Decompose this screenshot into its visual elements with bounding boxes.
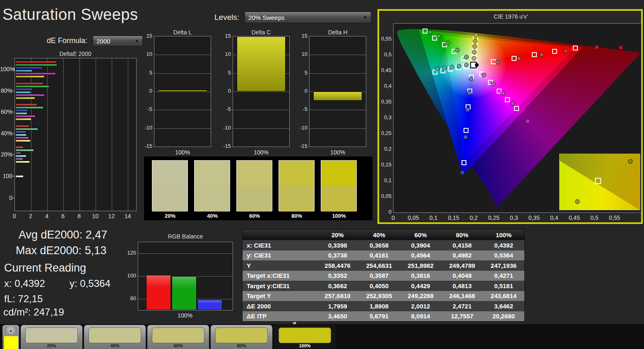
de-bar-green [15, 85, 49, 88]
de-bar-cyan [15, 155, 26, 157]
row-label: Target y:CIE31 [243, 282, 317, 289]
max-de2000: Max dE2000: 5,13 [16, 244, 106, 257]
x-tick-label: 4 [45, 213, 48, 219]
table-value: 247,1936 [483, 262, 524, 269]
measured-marker [510, 101, 515, 106]
y-tick-label: 10 [141, 51, 152, 57]
table-row: y: CIE310,37380,41610,45640,49820,5364 [243, 250, 524, 261]
reference-dot [475, 63, 479, 67]
target-marker [514, 106, 519, 111]
patch-label: 40% [84, 343, 146, 348]
cie-1976-panel[interactable]: CIE 1976 u'v' 000,050,050,10,10,150,150,… [377, 9, 643, 224]
patch-button-20%[interactable]: 20% [21, 325, 82, 349]
cie-x-tick: 0,1 [430, 214, 437, 221]
current-reading-title: Current Reading [4, 262, 86, 274]
table-value: 249,4789 [441, 262, 483, 269]
x-tick-label: 8 [77, 213, 81, 219]
target-marker [464, 128, 469, 133]
cie-y-tick: 0,2 [380, 146, 392, 152]
table-row: Target y:CIE310,36620,40500,44290,48130,… [243, 281, 524, 291]
table-value: 2,0012 [400, 303, 441, 310]
cie-y-tick: 0,4 [380, 83, 392, 89]
table-value: 20,2680 [483, 313, 524, 320]
table-value: 0,4813 [441, 282, 483, 289]
y-tick-label: 15 [219, 33, 231, 39]
de-bar-green [15, 128, 38, 130]
measured-marker [469, 77, 473, 81]
table-value: 254,6631 [358, 262, 400, 269]
table-value: 0,4564 [400, 252, 441, 259]
measured-marker [472, 50, 477, 55]
de-bar-red [15, 125, 29, 128]
measured-marker [446, 41, 450, 46]
patch-button-60%[interactable]: 60% [147, 325, 209, 349]
gridline [154, 73, 211, 74]
gridline [310, 128, 366, 129]
mini-chart-title: Delta C [252, 29, 271, 36]
swatch-compare-40% [194, 160, 230, 211]
x-tick-label: 12 [108, 213, 115, 219]
patch-strip-left-control: ▲ [2, 325, 19, 349]
actual-swatch [195, 161, 230, 186]
de-bar-red [15, 103, 37, 106]
de-formula-value: 2000 [96, 38, 110, 45]
patch-button-80%[interactable]: 80% [211, 325, 272, 349]
delta-chart-c [233, 36, 290, 147]
measured-marker [619, 45, 623, 50]
measured-marker [436, 34, 441, 39]
measured-marker [481, 72, 486, 77]
cie-x-tick: 0,25 [488, 214, 499, 221]
gridline [233, 110, 289, 110]
table-value: 246,1468 [441, 292, 483, 299]
mini-chart-title: Delta L [173, 29, 192, 36]
swatch-label: 20% [165, 213, 175, 219]
measured-marker [474, 33, 478, 38]
cie-x-tick: 0,15 [448, 214, 459, 221]
y-tick-label: -5 [219, 106, 231, 112]
patch-swatch [279, 327, 331, 343]
x-tick-label: 10 [92, 213, 99, 219]
de-formula-label: dE Formula: [47, 36, 87, 45]
de-bar-yellow [15, 140, 31, 142]
patch-button-40%[interactable]: 40% [84, 325, 146, 349]
table-value: 2,4721 [441, 303, 483, 310]
x-tick-label: 2 [29, 213, 32, 219]
y-tick-label: -15 [219, 143, 231, 149]
levels-select[interactable]: 20% Sweeps ▼ [245, 12, 371, 23]
measured-marker [491, 82, 496, 86]
table-row: ΔE 20001,79591,89082,00122,47213,6462 [243, 301, 524, 311]
gridline [154, 91, 211, 92]
measurement-table: 20%40%60%80%100%x: CIE310,33980,36580,39… [242, 229, 525, 322]
table-row: Y258,4476254,6631251,8982249,4789247,193… [243, 260, 524, 271]
de-bar-blue [15, 88, 32, 91]
de-bar-cyan [15, 91, 31, 94]
cie-y-tick: 0 [380, 209, 392, 215]
white-point-dot [471, 63, 475, 67]
table-value: 5,6791 [358, 313, 400, 320]
de-bar-red [15, 146, 24, 149]
table-value: 252,9305 [358, 292, 400, 299]
axis-tick [12, 133, 14, 134]
measured-marker [500, 91, 505, 95]
x-axis-label: 100% [175, 149, 190, 156]
gridline [310, 73, 366, 74]
swatch-compare-100% [321, 160, 357, 211]
gridline [310, 110, 366, 110]
de-bar-magenta [15, 72, 56, 75]
table-value: 8,0914 [400, 313, 441, 320]
cie-x-tick: 0,45 [569, 214, 580, 221]
measured-marker [464, 63, 469, 67]
rgb-balance-title: RGB Balance [168, 233, 203, 240]
patch-button-100%[interactable]: 100% [274, 325, 336, 349]
table-value: 0,5181 [483, 282, 524, 289]
gridline [233, 128, 289, 129]
table-value: 258,4476 [317, 262, 358, 269]
de-bar-green [15, 64, 57, 66]
measured-marker [449, 65, 454, 69]
target-swatch [321, 186, 356, 212]
de-formula-select[interactable]: 2000 ▼ [93, 36, 143, 46]
de-bar-magenta [15, 94, 45, 96]
delta-chart-l [154, 36, 211, 147]
cie-y-tick: 0,55 [380, 36, 392, 42]
collapse-strip-button[interactable]: ▲ [4, 326, 17, 335]
